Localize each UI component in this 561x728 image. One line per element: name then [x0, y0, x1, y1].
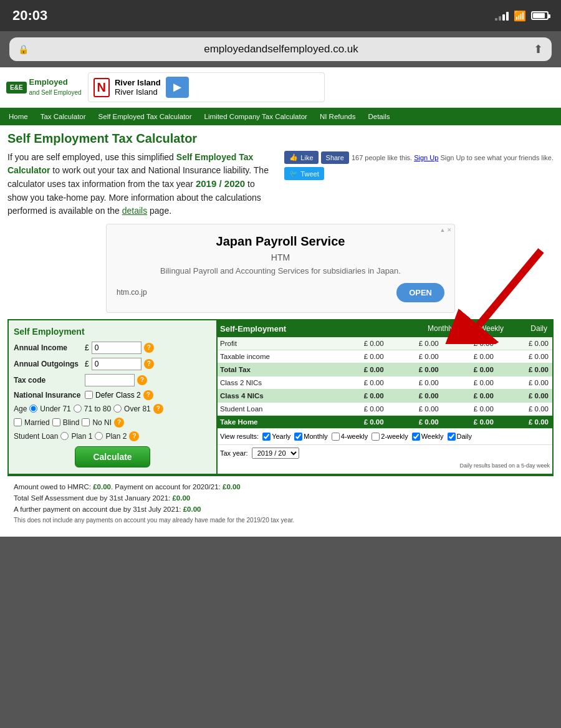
row-yearly: £ 0.00: [333, 350, 388, 363]
tweet-btn[interactable]: 🐦Tweet: [284, 167, 324, 180]
row-daily: £ 0.00: [497, 376, 552, 389]
status-icons: 📶: [495, 10, 549, 22]
national-insurance-help[interactable]: ?: [143, 390, 153, 400]
view-results-row: View results: Yearly Monthly 4-weekly 2-…: [218, 429, 552, 445]
wifi-icon: 📶: [514, 10, 526, 22]
row-label: Taxable income: [218, 350, 333, 363]
col-header-weekly: Weekly: [456, 324, 506, 333]
row-daily: £ 0.00: [497, 350, 552, 363]
row-monthly: £ 0.00: [388, 415, 443, 428]
row-daily: £ 0.00: [497, 363, 552, 376]
nav-details[interactable]: Details: [362, 108, 396, 125]
url-text: employedandselfemployed.co.uk: [34, 43, 529, 55]
plan2-radio[interactable]: [95, 432, 103, 440]
annual-income-field: Annual Income £ ?: [14, 342, 211, 354]
age71to80-radio[interactable]: [74, 405, 82, 413]
nav-tax-calculator[interactable]: Tax Calculator: [34, 108, 92, 125]
four-weekly-checkbox[interactable]: [332, 433, 340, 441]
student-loan-field: Student Loan Plan 1 Plan 2 ?: [14, 431, 211, 441]
row-weekly: £ 0.00: [443, 376, 497, 389]
row-yearly: £ 0.00: [333, 376, 388, 389]
under71-radio[interactable]: [29, 405, 37, 413]
annual-outgoings-input[interactable]: [92, 358, 141, 370]
row-weekly: £ 0.00: [443, 363, 497, 376]
nav-self-employed-calc[interactable]: Self Employed Tax Calculator: [92, 108, 198, 125]
no-ni-label: No NI: [92, 418, 112, 427]
over81-label: Over 81: [124, 405, 151, 413]
two-weekly-checkbox[interactable]: [372, 433, 380, 441]
ad-open-button[interactable]: OPEN: [396, 283, 444, 302]
tax-code-input[interactable]: [85, 374, 135, 386]
weekly-checkbox[interactable]: [412, 433, 420, 441]
tax-code-field: Tax code ?: [14, 374, 211, 386]
yearly-checkbox[interactable]: [262, 433, 271, 441]
row-weekly: £ 0.00: [443, 415, 497, 428]
daily-checkbox-label: Daily: [448, 433, 472, 441]
fb-like-btn[interactable]: 👍Like: [284, 151, 318, 164]
browser-bar: 🔒 employedandselfemployed.co.uk ⬆: [0, 31, 561, 67]
plan1-radio[interactable]: [60, 432, 69, 440]
bottom-line1: Amount owed to HMRC: £0.00. Payment on a…: [14, 481, 547, 492]
annual-income-help[interactable]: ?: [144, 343, 154, 353]
details-link[interactable]: details: [122, 206, 147, 216]
calculator-wrapper: Self Employment Annual Income £ ? Annual…: [7, 319, 554, 530]
row-label: Total Tax: [218, 363, 333, 376]
nav-ni-refunds[interactable]: NI Refunds: [314, 108, 362, 125]
tax-code-help[interactable]: ?: [137, 375, 147, 385]
ad-logo: N: [94, 78, 110, 97]
calculate-button[interactable]: Calculate: [75, 446, 150, 467]
site-logo[interactable]: E&E Employed and Self Employed: [6, 77, 82, 97]
student-loan-help[interactable]: ?: [129, 431, 139, 441]
monthly-checkbox[interactable]: [294, 433, 302, 441]
table-row: Student Loan £ 0.00 £ 0.00 £ 0.00 £ 0.00: [218, 402, 552, 415]
table-row: Total Tax £ 0.00 £ 0.00 £ 0.00 £ 0.00: [218, 363, 552, 376]
table-row: Class 4 NICs £ 0.00 £ 0.00 £ 0.00 £ 0.00: [218, 389, 552, 402]
page-title: Self Employment Tax Calculator: [7, 132, 554, 146]
row-label: Profit: [218, 337, 333, 350]
url-bar[interactable]: 🔒 employedandselfemployed.co.uk ⬆: [9, 37, 552, 61]
calc-right-header: Self-Employment Monthly Weekly Daily: [218, 320, 552, 337]
nav-home[interactable]: Home: [2, 108, 34, 125]
row-weekly: £ 0.00: [443, 389, 497, 402]
married-checkbox[interactable]: [14, 418, 22, 426]
fb-like-count: 167 people like this. Sign Up Sign Up to…: [352, 154, 554, 161]
calc-left-panel: Self Employment Annual Income £ ? Annual…: [9, 320, 218, 474]
nav-limited-company-calc[interactable]: Limited Company Tax Calculator: [198, 108, 314, 125]
yearly-checkbox-label: Yearly: [262, 433, 290, 441]
row-weekly: £ 0.00: [443, 337, 497, 350]
daily-note: Daily results based on a 5-day week: [218, 461, 552, 470]
defer-class2-checkbox[interactable]: [85, 391, 93, 399]
ad-footer: htm.co.jp OPEN: [117, 283, 444, 302]
blind-checkbox[interactable]: [52, 418, 60, 426]
age-help[interactable]: ?: [153, 404, 163, 414]
over81-radio[interactable]: [113, 405, 122, 413]
row-yearly: £ 0.00: [333, 402, 388, 415]
annual-outgoings-help[interactable]: ?: [144, 359, 154, 369]
row-monthly: £ 0.00: [388, 402, 443, 415]
misc-checkboxes: Married Blind No NI ?: [14, 418, 211, 428]
table-row: Class 2 NICs £ 0.00 £ 0.00 £ 0.00 £ 0.00: [218, 376, 552, 389]
right-panel-title: Self-Employment: [220, 324, 400, 333]
results-table: Profit £ 0.00 £ 0.00 £ 0.00 £ 0.00 Taxab…: [218, 337, 552, 429]
misc-help[interactable]: ?: [114, 418, 124, 428]
annual-income-input[interactable]: [92, 342, 141, 354]
daily-checkbox[interactable]: [448, 433, 456, 441]
weekly-checkbox-label: Weekly: [412, 433, 444, 441]
content-ad-block: ▲ ✕ Japan Payroll Service HTM Bilingual …: [106, 224, 455, 313]
table-row: Take Home £ 0.00 £ 0.00 £ 0.00 £ 0.00: [218, 415, 552, 428]
no-ni-checkbox[interactable]: [82, 418, 90, 426]
share-icon[interactable]: ⬆: [534, 42, 543, 56]
fb-share-btn[interactable]: Share: [321, 151, 349, 164]
two-weekly-checkbox-label: 2-weekly: [372, 433, 408, 441]
site-wrapper: E&E Employed and Self Employed N River I…: [0, 67, 561, 537]
married-label: Married: [24, 418, 50, 427]
calc-bottom-info: Amount owed to HMRC: £0.00. Payment on a…: [7, 475, 554, 530]
header-ad-banner[interactable]: N River Island River Island ►: [88, 72, 325, 102]
ad-url: htm.co.jp: [117, 288, 147, 297]
tax-year-select[interactable]: 2019 / 20: [252, 448, 299, 459]
intro-text: If you are self employed, use this simpl…: [7, 151, 277, 218]
under71-label: Under 71: [40, 405, 70, 413]
table-row: Profit £ 0.00 £ 0.00 £ 0.00 £ 0.00: [218, 337, 552, 350]
annual-income-label: Annual Income: [14, 343, 82, 352]
calculator-section: Self Employment Annual Income £ ? Annual…: [7, 319, 554, 475]
